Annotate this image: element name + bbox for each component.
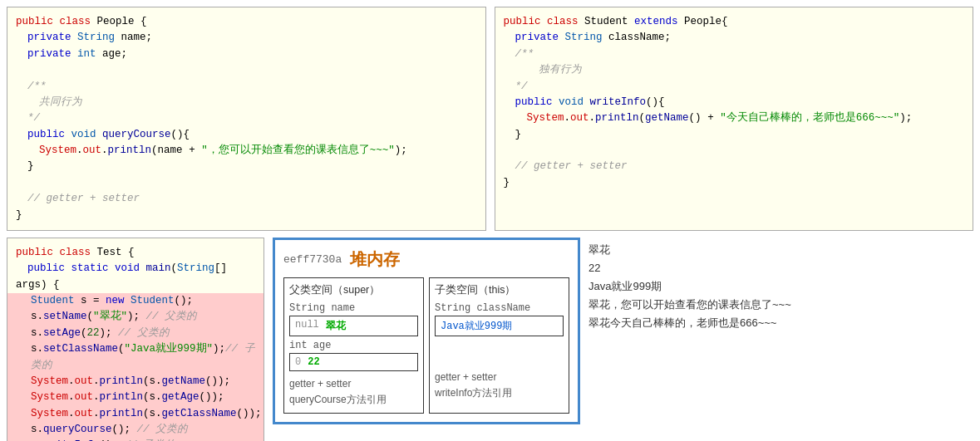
heap-address: eeff7730a [283,253,342,266]
val-java: Java就业999期 [441,319,512,333]
bottom-row: public class Test { public static void m… [7,238,973,441]
int-age-label: int age [289,340,418,351]
child-space-col: 子类空间（this） String className Java就业999期 g… [429,277,569,414]
output-line-2: 22 [588,259,791,277]
top-row: public class People { private String nam… [7,7,973,231]
test-code: public class Test { public static void m… [16,245,255,441]
child-space-title: 子类空间（this） [435,283,564,297]
string-classname-box: Java就业999期 [435,316,564,336]
heap-title: 堆内存 [350,248,400,271]
test-panel: public class Test { public static void m… [7,238,264,441]
heap-inner: 父类空间（super） String name null 翠花 int age … [283,277,569,414]
left-bottom-section: getter + setterqueryCourse方法引用 [289,376,418,408]
student-code: public class Student extends People{ pri… [504,14,965,191]
people-code: public class People { private String nam… [16,14,477,223]
student-panel: public class Student extends People{ pri… [495,7,974,231]
output-line-5: 翠花今天自己棒棒的，老师也是666~~~ [588,314,791,332]
right-bottom-section: getter + setterwriteInfo方法引用 [435,370,564,401]
string-name-box: null 翠花 [289,316,418,336]
heap-title-row: eeff7730a 堆内存 [283,248,569,271]
parent-space-col: 父类空间（super） String name null 翠花 int age … [283,277,424,414]
output-line-1: 翠花 [588,241,791,259]
val-cuihua: 翠花 [326,319,346,333]
val-22: 22 [308,356,319,368]
parent-space-title: 父类空间（super） [289,283,418,297]
output-line-3: Java就业999期 [588,277,791,296]
string-classname-label: String className [435,302,564,314]
output-panel: 翠花 22 Java就业999期 翠花，您可以开始查看您的课表信息了~~~ 翠花… [588,238,791,332]
val-0: 0 [295,356,301,368]
string-name-label: String name [289,302,418,314]
people-panel: public class People { private String nam… [7,7,486,231]
int-age-box: 0 22 [289,353,418,371]
val-null: null [295,319,319,333]
heap-diagram: eeff7730a 堆内存 父类空间（super） String name nu… [273,238,580,424]
output-line-4: 翠花，您可以开始查看您的课表信息了~~~ [588,296,791,314]
